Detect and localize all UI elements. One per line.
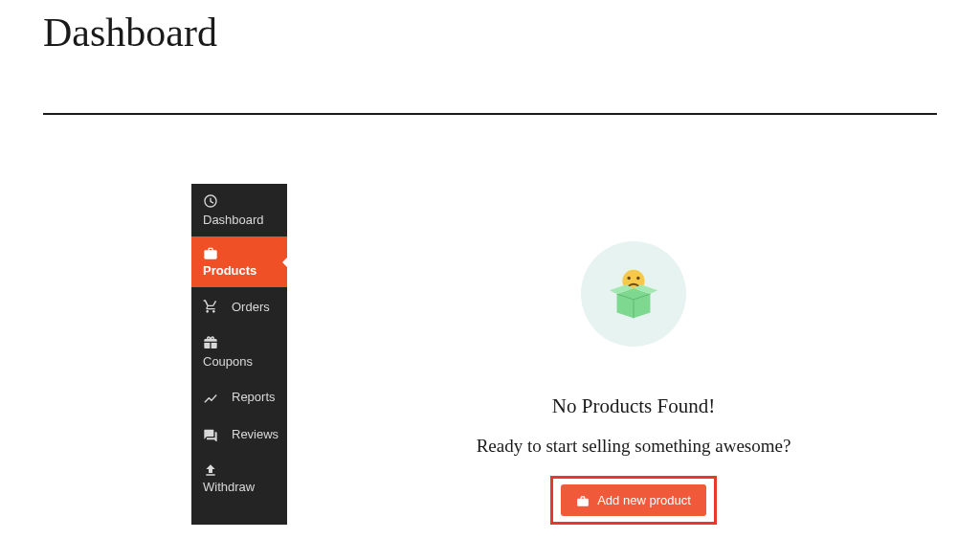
chart-icon bbox=[203, 391, 218, 404]
add-button-label: Add new product bbox=[597, 493, 691, 507]
sidebar-item-label: Dashboard bbox=[203, 213, 264, 227]
svg-point-2 bbox=[636, 277, 639, 280]
sidebar-item-reviews[interactable]: Reviews bbox=[191, 415, 287, 453]
add-new-product-button[interactable]: Add new product bbox=[561, 484, 706, 516]
briefcase-icon bbox=[576, 495, 590, 506]
sidebar-item-dashboard[interactable]: Dashboard bbox=[191, 184, 287, 236]
empty-title: No Products Found! bbox=[552, 394, 715, 418]
dashboard-icon bbox=[203, 193, 218, 209]
sidebar-item-label: Orders bbox=[232, 300, 270, 314]
page-title: Dashboard bbox=[43, 10, 937, 56]
sidebar-item-orders[interactable]: Orders bbox=[191, 287, 287, 326]
sidebar: Dashboard Products Orders Coupons Report bbox=[191, 184, 287, 525]
main-content: No Products Found! Ready to start sellin… bbox=[287, 184, 980, 525]
empty-subtitle: Ready to start selling something awesome… bbox=[477, 436, 791, 457]
header-divider bbox=[43, 113, 937, 115]
sad-box-icon bbox=[604, 264, 663, 324]
sidebar-item-label: Products bbox=[203, 263, 256, 278]
sidebar-item-label: Reports bbox=[232, 390, 276, 404]
svg-point-1 bbox=[627, 277, 630, 280]
sidebar-item-products[interactable]: Products bbox=[191, 236, 287, 287]
sidebar-item-label: Reviews bbox=[232, 427, 278, 441]
sidebar-item-label: Coupons bbox=[203, 354, 253, 369]
upload-icon bbox=[203, 462, 218, 476]
empty-state-illustration bbox=[581, 241, 686, 347]
sidebar-item-coupons[interactable]: Coupons bbox=[191, 326, 287, 378]
gift-icon bbox=[203, 335, 218, 350]
briefcase-icon bbox=[203, 246, 218, 259]
comments-icon bbox=[203, 428, 218, 441]
sidebar-item-label: Withdraw bbox=[203, 480, 255, 494]
sidebar-item-reports[interactable]: Reports bbox=[191, 378, 287, 415]
sidebar-item-withdraw[interactable]: Withdraw bbox=[191, 453, 287, 504]
cart-icon bbox=[203, 299, 218, 314]
highlight-annotation: Add new product bbox=[550, 476, 717, 525]
